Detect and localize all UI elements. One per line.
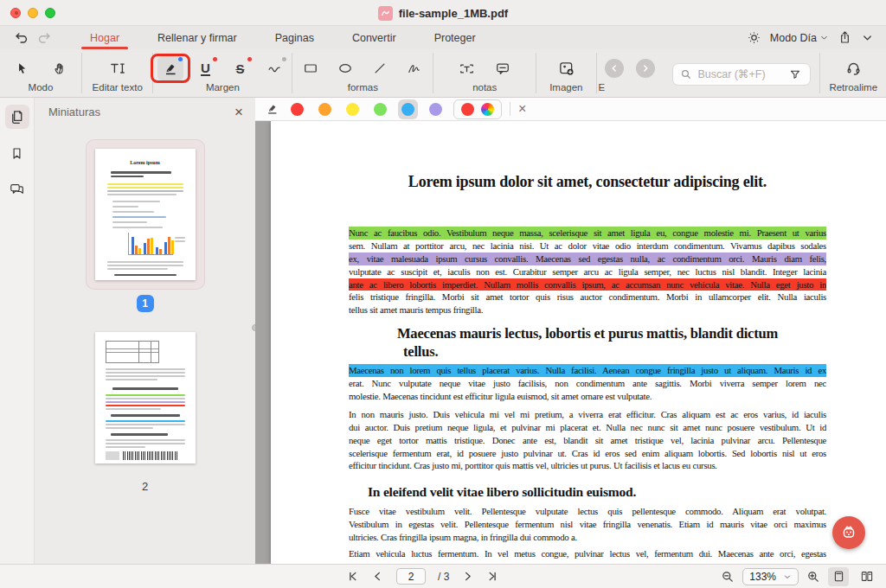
collapse-toolbar-icon[interactable] [861,31,874,44]
chevron-down-icon [783,572,792,581]
doc-heading-2: Maecenas mauris lectus, lobortis et puru… [349,324,826,361]
doc-paragraph-5: Etiam vehicula luctus fermentum. In vel … [349,547,826,560]
close-annotation-bar-button[interactable]: × [518,102,526,116]
two-page-view-button[interactable] [857,567,877,586]
document-canvas: × Lorem ipsum dolor sit amet, consectetu… [255,98,886,564]
tab-rellenar-y-firmar[interactable]: Rellenar y firmar [156,28,239,48]
squiggly-underline-tool[interactable] [261,56,287,80]
zoom-level-select[interactable]: 133% [742,568,799,585]
tab-convertir[interactable]: Convertir [350,28,398,48]
comments-panel-button[interactable] [5,177,29,201]
doc-line: Etiam vehicula luctus fermentum. In vel … [349,547,826,560]
feedback-headset-icon[interactable] [840,56,866,80]
pencil-draw-tool[interactable] [401,56,427,80]
doc-line: scelerisque fermentum erat, id posuere j… [349,447,826,460]
close-window-button[interactable] [10,8,21,18]
thumbnail-page-1[interactable]: Lorem ipsum [86,139,205,290]
select-cursor-tool[interactable] [9,56,35,80]
ribbon-tabs: Hogar Rellenar y firmar Paginas Converti… [88,28,478,48]
history-back-button[interactable] [605,59,624,78]
highlight-tool[interactable] [157,56,183,80]
color-lavender[interactable] [426,99,446,119]
doc-paragraph-2: Maecenas non lorem quis tellus placerat … [349,364,826,403]
text-box-tool[interactable] [453,56,479,80]
custom-color-red[interactable] [461,103,474,116]
divider [510,102,510,116]
doc-line: felis tristique fringilla. Morbi sit ame… [349,291,826,304]
line-shape-tool[interactable] [367,56,393,80]
doc-line: molestie. Maecenas tincidunt est efficit… [349,390,826,403]
group-margen: U S Margen [153,49,292,97]
thumbnail-page-2[interactable] [86,323,205,473]
color-blue-selected[interactable] [398,99,418,119]
zoom-window-button[interactable] [45,8,55,18]
share-icon[interactable] [838,30,852,45]
doc-line: In non mauris justo. Duis vehicula mi ve… [349,408,826,421]
undo-button[interactable] [10,29,33,48]
search-filter-funnel-icon[interactable] [789,68,801,80]
thumbnails-panel-button[interactable] [5,105,29,129]
robot-icon [838,522,859,543]
search-box[interactable] [672,63,811,86]
doc-line: Vestibulum in egestas velit. Pellentesqu… [349,518,826,531]
doc-heading-1: Lorem ipsum dolor sit amet, consectetur … [349,173,826,191]
tab-paginas[interactable]: Paginas [273,28,316,48]
insert-image-tool[interactable] [553,56,579,80]
zoom-out-button[interactable] [721,570,735,584]
redo-button[interactable] [33,29,55,48]
comment-note-tool[interactable] [490,56,516,80]
minimize-window-button[interactable] [28,8,38,18]
search-input[interactable] [697,68,784,80]
color-red[interactable] [287,99,307,119]
page-1-badge[interactable]: 1 [137,295,154,312]
ellipse-shape-tool[interactable] [332,56,358,80]
traffic-lights [10,8,55,18]
color-orange[interactable] [315,99,335,119]
group-label-notas: notas [472,82,497,93]
rectangle-shape-tool[interactable] [298,56,324,80]
ribbon-tab-row: Hogar Rellenar y firmar Paginas Converti… [0,26,886,49]
color-wheel-picker[interactable] [481,103,494,116]
next-page-button[interactable] [461,570,474,583]
strikethrough-tool[interactable]: S [227,56,253,80]
current-page-input[interactable]: 2 [396,568,426,585]
pdf-file-icon [378,6,393,21]
color-yellow[interactable] [343,99,363,119]
doc-line: neque eget tortor mattis tristique. Done… [349,434,826,447]
zoom-level-value: 133% [749,571,776,583]
first-page-button[interactable] [346,570,359,583]
group-search [664,49,819,97]
history-forward-button[interactable] [636,59,655,78]
group-label-truncated: E [598,82,605,93]
mode-selector[interactable]: Modo Día [770,32,829,44]
color-green[interactable] [370,99,390,119]
edit-text-tool[interactable] [105,56,131,80]
zoom-in-button[interactable] [806,570,820,584]
single-page-view-button[interactable] [828,567,849,586]
doc-line: ultricies. Cras fringilla ipsum magna, i… [349,531,826,544]
group-label-modo: Modo [29,82,54,93]
group-truncated: E [596,49,664,97]
doc-paragraph-3: In non mauris justo. Duis vehicula mi ve… [349,408,826,472]
doc-line-highlight-red: ante ac libero lobortis imperdiet. Nulla… [349,278,826,291]
hand-pan-tool[interactable] [47,56,73,80]
last-page-button[interactable] [486,570,499,583]
day-mode-sun-icon [747,30,761,45]
bookmarks-panel-button[interactable] [5,141,29,165]
tab-proteger[interactable]: Proteger [433,28,478,48]
tool-color-dot [178,57,183,61]
chevron-down-icon [819,33,829,42]
group-label-formas: formas [348,82,378,93]
previous-page-button[interactable] [371,570,384,583]
highlighter-icon [266,102,279,116]
underline-tool[interactable]: U [192,56,218,80]
custom-color-group [453,99,502,119]
page-2-label[interactable]: 2 [142,480,148,493]
group-label-imagen: Imagen [549,82,582,93]
total-pages-label: / 3 [438,571,449,583]
main-toolbar: Modo Editar texto U S [0,49,886,98]
close-sidebar-button[interactable]: × [234,105,243,119]
tab-hogar[interactable]: Hogar [88,28,121,48]
ai-assistant-robot-button[interactable] [832,516,865,549]
tool-color-dot [213,57,217,61]
